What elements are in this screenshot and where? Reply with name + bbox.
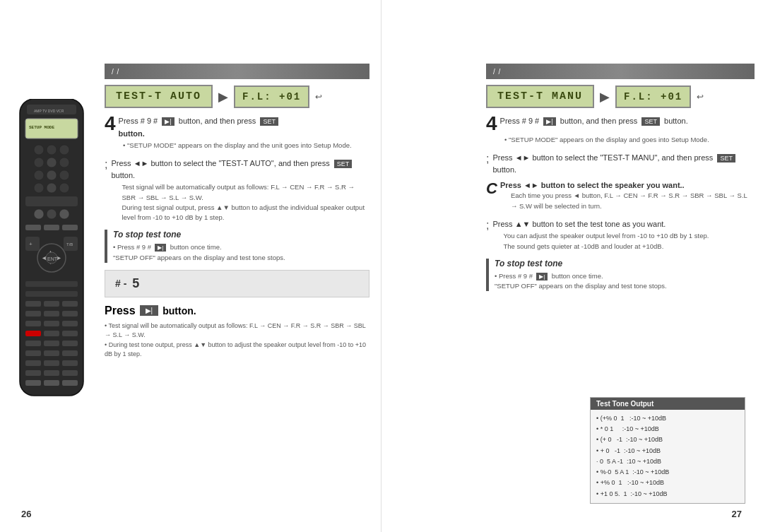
left-page: AMP TV DVD VCR SETUP MODE: [0, 0, 382, 532]
stop-test-tone-right: To stop test tone • Press # 9 # ▶| butto…: [486, 259, 755, 292]
svg-point-23: [47, 209, 57, 219]
stop-title-right: To stop test tone: [495, 259, 755, 268]
svg-rect-26: [44, 225, 59, 230]
svg-point-14: [59, 158, 69, 167]
step-4-right-note: "SETUP MODE" appears on the display and …: [499, 135, 755, 145]
svg-rect-52: [62, 331, 78, 336]
left-lcd-secondary: F.L: +01: [234, 85, 309, 108]
press-button: ▶|: [140, 305, 159, 316]
dot-bullet-2-right: ;: [486, 220, 489, 231]
svg-text:SETUP MODE: SETUP MODE: [29, 125, 54, 130]
svg-point-16: [47, 170, 57, 180]
left-lcd-area: TEST-T AUTO ▶ F.L: +01 ↩: [105, 85, 369, 108]
svg-rect-49: [62, 321, 78, 326]
svg-rect-64: [62, 370, 78, 376]
svg-rect-27: [62, 225, 78, 230]
svg-point-19: [47, 183, 57, 193]
left-lcd-main: TEST-T AUTO: [105, 85, 213, 108]
lcd-indicator: ↩: [315, 92, 322, 102]
step-4-right-number: 4: [486, 114, 497, 134]
stop-btn-left: ▶|: [155, 244, 166, 252]
right-section-header: / /: [486, 64, 755, 79]
dot-step-1: ; Press ◄► button to select the "TEST-T …: [105, 158, 369, 223]
svg-rect-56: [25, 350, 41, 356]
step-4-right: 4 Press # 9 # ▶| button, and then press …: [486, 114, 755, 145]
dot-step-1-notes: Test signal will be automatically output…: [122, 182, 369, 223]
svg-point-13: [47, 158, 57, 167]
svg-point-18: [34, 183, 44, 193]
dot-bullet-1-right: ;: [486, 153, 489, 165]
svg-rect-58: [62, 350, 78, 356]
right-header-text: / /: [493, 68, 501, 76]
dot-step-1-btn: SET: [334, 160, 353, 168]
step-4-right-text: Press # 9 # ▶| button, and then press SE…: [500, 117, 688, 125]
right-page: AMP TV DVD VCR SETUP MODE: [382, 0, 763, 532]
svg-text:ENT: ENT: [47, 256, 58, 261]
svg-point-22: [34, 209, 44, 219]
right-lcd-area: TEST-T MANU ▶ F.L: +01 ↩: [486, 85, 755, 108]
svg-rect-60: [44, 360, 59, 366]
step-4-text: Press # 9 # ▶| button, and then press SE…: [119, 117, 278, 125]
right-arrow-icon: ▶: [600, 89, 610, 105]
step-4: 4 Press # 9 # ▶| button, and then press …: [105, 114, 369, 150]
svg-rect-41: [25, 301, 41, 307]
left-header-text: / /: [112, 68, 119, 76]
dot-step-2-right-notes: You can adjust the speaker output level …: [503, 231, 709, 252]
press-label: Press: [105, 305, 136, 317]
svg-rect-54: [44, 341, 59, 346]
dot-step-2-right: ; Press ▲▼ button to set the test tone a…: [486, 218, 755, 252]
step-C-note: Each time you press ◄ button, F.L → CEN …: [511, 191, 755, 211]
svg-point-9: [34, 145, 44, 155]
svg-rect-44: [25, 311, 41, 317]
svg-rect-62: [25, 370, 41, 376]
step-4-button1: ▶|: [162, 117, 174, 126]
stop-title-left: To stop test tone: [113, 230, 369, 240]
right-instructions: / / TEST-T MANU ▶ F.L: +01 ↩ 4 Press # 9…: [486, 64, 755, 298]
left-instructions: / / TEST-T AUTO ▶ F.L: +01 ↩ 4 Press # 9…: [105, 64, 369, 360]
svg-rect-57: [44, 350, 59, 356]
svg-rect-45: [44, 311, 59, 317]
right-lcd-indicator: ↩: [697, 92, 704, 102]
svg-rect-51: [44, 331, 59, 336]
hash-symbol: # -: [115, 278, 126, 289]
page-number-right: 27: [732, 509, 742, 519]
dot-step-1-right: ; Press ◄► button to select the "TEST-T …: [486, 152, 755, 175]
press-hash-line: # - 5: [105, 270, 369, 297]
press-button-label: button.: [162, 305, 196, 317]
arrow-icon: ▶: [218, 89, 228, 105]
stop-text-left: • Press # 9 # ▶| button once time. "SETU…: [113, 242, 369, 263]
tone-output-box: Test Tone Output • (+% 0 1 :-10 ~ +10dB …: [590, 397, 745, 504]
dot-bullet-1: ;: [105, 159, 107, 170]
svg-rect-25: [25, 225, 41, 230]
svg-point-12: [34, 158, 44, 167]
svg-text:AMP  TV  DVD  VCR: AMP TV DVD VCR: [34, 109, 64, 113]
page-number-left: 26: [21, 509, 31, 519]
tone-output-header: Test Tone Output: [591, 398, 745, 410]
svg-point-24: [59, 209, 69, 219]
svg-rect-48: [44, 321, 59, 326]
step-4-note: "SETUP MODE" appears on the display and …: [117, 141, 369, 150]
svg-rect-21: [25, 196, 78, 206]
dot-step-1-text: Press ◄► button to select the "TEST-T AU…: [111, 158, 369, 181]
step-C: C Press ◄► button to select the speaker …: [486, 181, 755, 211]
svg-rect-28: [25, 237, 40, 251]
right-lcd-main: TEST-T MANU: [486, 85, 594, 108]
svg-rect-53: [25, 341, 41, 346]
svg-rect-65: [25, 380, 41, 386]
hash-number: 5: [132, 276, 139, 291]
svg-rect-59: [25, 360, 41, 366]
stop-text-right: • Press # 9 # ▶| button once time. "SETU…: [495, 271, 755, 292]
svg-rect-61: [62, 360, 78, 366]
svg-rect-46: [62, 311, 78, 317]
press-button-line: Press ▶| button.: [105, 305, 369, 317]
svg-rect-66: [44, 380, 59, 386]
page: Use the test tone check the speaker conn…: [0, 0, 763, 532]
svg-rect-42: [44, 301, 59, 307]
press-notes: • Test signal will be automatically outp…: [105, 321, 369, 360]
svg-point-10: [47, 145, 57, 155]
step-C-label: C: [486, 181, 497, 196]
step-4-right-button1: ▶|: [543, 117, 555, 126]
step-4-number: 4: [105, 114, 116, 134]
svg-point-15: [34, 170, 44, 180]
svg-point-20: [59, 183, 69, 193]
